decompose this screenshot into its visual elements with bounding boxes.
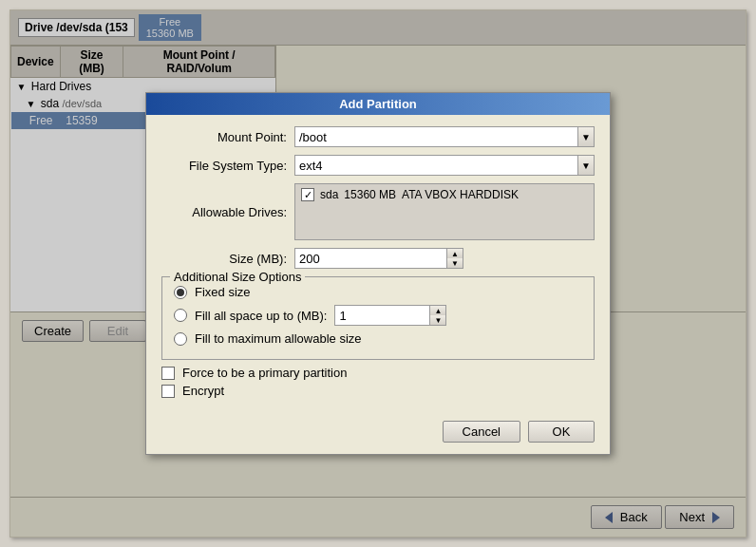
fs-type-combo: ▼ — [294, 155, 595, 176]
encrypt-checkbox[interactable] — [161, 385, 175, 398]
size-spin-down[interactable]: ▼ — [447, 258, 463, 268]
fill-up-spin-down[interactable]: ▼ — [430, 315, 445, 325]
dialog-title-bar: Add Partition — [146, 93, 610, 115]
size-row: Size (MB): ▲ ▼ — [161, 248, 595, 269]
fixed-size-radio[interactable] — [174, 286, 187, 299]
fs-type-dropdown-icon[interactable]: ▼ — [577, 155, 595, 176]
main-window: Drive /dev/sda (153 Free 15360 MB Device… — [9, 9, 747, 538]
additional-size-group: Additional Size Options Fixed size Fill … — [161, 276, 595, 360]
size-spin-up[interactable]: ▲ — [447, 249, 463, 258]
modal-overlay: Add Partition Mount Point: ▼ File System… — [10, 10, 746, 537]
additional-size-legend: Additional Size Options — [170, 270, 305, 284]
ok-button[interactable]: OK — [528, 421, 595, 443]
fs-type-control: ▼ — [294, 155, 595, 176]
encrypt-label: Encrypt — [182, 384, 224, 398]
mount-point-label: Mount Point: — [161, 130, 294, 144]
fill-up-radio[interactable] — [174, 309, 187, 322]
fixed-size-label: Fixed size — [195, 285, 251, 299]
size-control: ▲ ▼ — [294, 248, 595, 269]
fill-up-spin-buttons: ▲ ▼ — [429, 305, 446, 326]
fill-max-radio[interactable] — [174, 332, 187, 346]
allowable-drives-row: Allowable Drives: ✓ sda 15360 MB ATA VBO… — [161, 183, 595, 240]
size-input[interactable] — [294, 248, 446, 269]
dialog-footer: Cancel OK — [146, 413, 610, 454]
dialog-title: Add Partition — [339, 97, 417, 111]
fixed-size-row: Fixed size — [174, 285, 582, 299]
size-spin-buttons: ▲ ▼ — [446, 248, 463, 269]
drive-desc: ATA VBOX HARDDISK — [402, 188, 519, 201]
mount-point-input[interactable] — [294, 126, 578, 147]
drive-checkbox[interactable]: ✓ — [301, 188, 314, 201]
mount-point-dropdown-icon[interactable]: ▼ — [577, 126, 595, 147]
fill-up-spinbox: ▲ ▼ — [334, 305, 446, 326]
allowable-drives-control: ✓ sda 15360 MB ATA VBOX HARDDISK — [294, 183, 595, 240]
mount-point-row: Mount Point: ▼ — [161, 126, 595, 147]
encrypt-row: Encrypt — [161, 384, 595, 398]
fill-max-label: Fill to maximum allowable size — [195, 331, 362, 346]
mount-point-control: ▼ — [294, 126, 595, 147]
force-primary-row: Force to be a primary partition — [161, 366, 595, 380]
drives-list: ✓ sda 15360 MB ATA VBOX HARDDISK — [294, 183, 595, 240]
fs-type-label: File System Type: — [161, 159, 294, 173]
fill-up-row: Fill all space up to (MB): ▲ ▼ — [174, 305, 582, 326]
size-spinbox: ▲ ▼ — [294, 248, 463, 269]
drive-item: ✓ sda 15360 MB ATA VBOX HARDDISK — [297, 186, 592, 203]
drive-size: 15360 MB — [344, 188, 396, 201]
force-primary-checkbox[interactable] — [161, 367, 175, 380]
fs-type-row: File System Type: ▼ — [161, 155, 595, 176]
fill-up-label: Fill all space up to (MB): — [195, 309, 327, 323]
fill-up-input[interactable] — [334, 305, 429, 326]
drive-name: sda — [320, 188, 338, 201]
allowable-drives-label: Allowable Drives: — [161, 205, 294, 219]
cancel-button[interactable]: Cancel — [443, 421, 520, 443]
add-partition-dialog: Add Partition Mount Point: ▼ File System… — [145, 92, 611, 455]
fill-up-spin-up[interactable]: ▲ — [430, 306, 445, 315]
fs-type-input[interactable] — [294, 155, 578, 176]
fill-max-row: Fill to maximum allowable size — [174, 331, 582, 346]
size-label: Size (MB): — [161, 252, 294, 266]
mount-point-combo: ▼ — [294, 126, 595, 147]
force-primary-label: Force to be a primary partition — [182, 366, 347, 380]
dialog-content: Mount Point: ▼ File System Type: — [146, 115, 610, 413]
